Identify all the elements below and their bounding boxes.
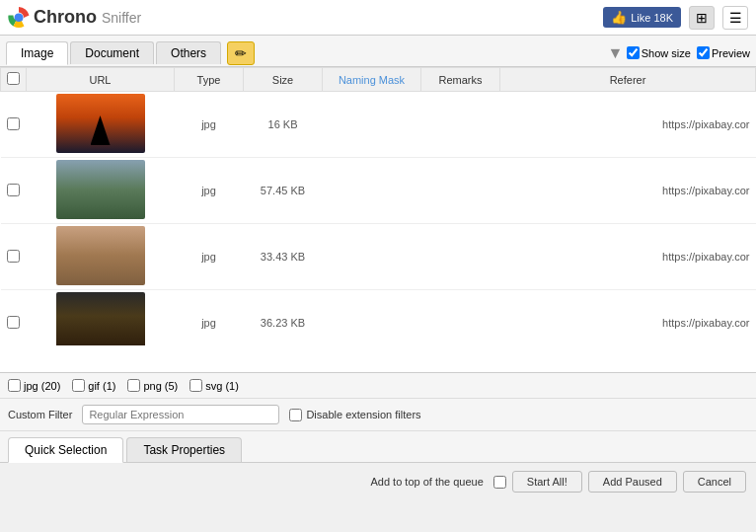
thumbnail-image: [56, 94, 145, 153]
row-thumb: [27, 158, 175, 224]
col-type: Type: [175, 68, 244, 92]
list-icon: ☰: [729, 10, 742, 26]
gif-filter-label[interactable]: gif (1): [72, 379, 115, 392]
tab-task-properties[interactable]: Task Properties: [126, 437, 242, 462]
table-row: jpg 16 KB https://pixabay.cor: [1, 92, 756, 158]
svg-checkbox[interactable]: [189, 379, 202, 392]
jpg-filter-label[interactable]: jpg (20): [8, 379, 60, 392]
action-row: Add to top of the queue Start All! Add P…: [0, 463, 756, 500]
jpg-label: jpg (20): [24, 380, 60, 392]
preview-label[interactable]: Preview: [697, 46, 750, 59]
svg-point-2: [15, 14, 23, 22]
row-thumb: [27, 224, 175, 290]
chrome-icon: [8, 7, 30, 29]
custom-filter-input[interactable]: [82, 405, 279, 424]
row-checkbox-1[interactable]: [7, 184, 20, 196]
row-checkbox-cell[interactable]: [1, 158, 27, 224]
thumbnail-image: [56, 226, 145, 285]
row-type: jpg: [175, 224, 244, 290]
grid-icon: ⊞: [696, 10, 708, 26]
row-size: 33.43 KB: [244, 224, 323, 290]
png-filter-label[interactable]: png (5): [127, 379, 178, 392]
tab-document[interactable]: Document: [70, 41, 154, 64]
row-naming-mask: [323, 224, 421, 290]
col-remarks: Remarks: [421, 68, 500, 92]
col-size: Size: [244, 68, 323, 92]
row-checkbox-0[interactable]: [7, 117, 20, 130]
svg-label: svg (1): [205, 380, 239, 392]
main-table: URL Type Size Naming Mask Remarks Refere…: [0, 67, 756, 345]
logo-area: Chrono Sniffer: [8, 7, 603, 29]
row-thumb: [27, 290, 175, 346]
list-view-button[interactable]: ☰: [722, 6, 748, 30]
thumbnail-image: [56, 292, 145, 345]
row-naming-mask: [323, 290, 421, 346]
row-referer: https://pixabay.cor: [500, 92, 756, 158]
row-remarks: [421, 92, 500, 158]
svg-filter-label[interactable]: svg (1): [189, 379, 239, 392]
row-checkbox-cell[interactable]: [1, 92, 27, 158]
col-checkbox: [1, 68, 27, 92]
col-referer: Referer: [500, 68, 756, 92]
gif-label: gif (1): [88, 380, 115, 392]
table-row: jpg 57.45 KB https://pixabay.cor: [1, 158, 756, 224]
png-label: png (5): [143, 380, 178, 392]
row-type: jpg: [175, 158, 244, 224]
row-size: 36.23 KB: [244, 290, 323, 346]
png-checkbox[interactable]: [127, 379, 140, 392]
select-all-checkbox[interactable]: [7, 72, 20, 85]
row-size: 57.45 KB: [244, 158, 323, 224]
row-checkbox-cell[interactable]: [1, 224, 27, 290]
filter-icon: ▼: [608, 44, 624, 62]
col-naming-mask: Naming Mask: [323, 68, 421, 92]
thumbnail-image: [56, 160, 145, 219]
start-all-button[interactable]: Start All!: [512, 471, 582, 493]
custom-filter-label: Custom Filter: [8, 409, 72, 420]
row-thumb: [27, 92, 175, 158]
tab-image[interactable]: Image: [6, 41, 68, 65]
jpg-checkbox[interactable]: [8, 379, 21, 392]
show-size-checkbox[interactable]: [627, 46, 640, 59]
thumb-icon: 👍: [611, 10, 627, 25]
grid-view-button[interactable]: ⊞: [689, 6, 715, 30]
row-remarks: [421, 158, 500, 224]
show-options: Show size Preview: [627, 46, 750, 59]
filter-bar: jpg (20) gif (1) png (5) svg (1): [0, 373, 756, 399]
custom-filter-row: Custom Filter Disable extension filters: [0, 399, 756, 431]
app-title: Chrono Sniffer: [34, 7, 141, 28]
row-remarks: [421, 290, 500, 346]
row-checkbox-3[interactable]: [7, 316, 20, 329]
gif-checkbox[interactable]: [72, 379, 85, 392]
row-referer: https://pixabay.cor: [500, 224, 756, 290]
queue-label: Add to top of the queue: [370, 476, 483, 488]
row-naming-mask: [323, 158, 421, 224]
row-type: jpg: [175, 290, 244, 346]
disable-ext-label[interactable]: Disable extension filters: [289, 409, 420, 421]
row-naming-mask: [323, 92, 421, 158]
row-size: 16 KB: [244, 92, 323, 158]
queue-checkbox[interactable]: [493, 476, 506, 489]
table-scroll-area[interactable]: URL Type Size Naming Mask Remarks Refere…: [0, 67, 756, 345]
row-checkbox-cell[interactable]: [1, 290, 27, 346]
pencil-button[interactable]: ✏: [227, 41, 255, 65]
row-referer: https://pixabay.cor: [500, 290, 756, 346]
table-row: jpg 33.43 KB https://pixabay.cor: [1, 224, 756, 290]
like-button[interactable]: 👍 Like 18K: [603, 7, 681, 28]
bottom-tabs: Quick Selection Task Properties: [0, 431, 756, 463]
cancel-button[interactable]: Cancel: [683, 471, 746, 493]
row-type: jpg: [175, 92, 244, 158]
disable-ext-checkbox[interactable]: [289, 409, 302, 421]
show-size-label[interactable]: Show size: [627, 46, 691, 59]
tab-quick-selection[interactable]: Quick Selection: [8, 437, 123, 463]
tabs-row: Image Document Others ✏ ▼ Show size Prev…: [0, 36, 756, 67]
pencil-icon: ✏: [235, 45, 247, 61]
row-remarks: [421, 224, 500, 290]
header: Chrono Sniffer 👍 Like 18K ⊞ ☰: [0, 0, 756, 36]
tab-others[interactable]: Others: [156, 41, 221, 64]
row-referer: https://pixabay.cor: [500, 158, 756, 224]
row-checkbox-2[interactable]: [7, 250, 20, 263]
col-url: URL: [27, 68, 175, 92]
table-row: jpg 36.23 KB https://pixabay.cor: [1, 290, 756, 346]
add-paused-button[interactable]: Add Paused: [588, 471, 677, 493]
preview-checkbox[interactable]: [697, 46, 710, 59]
